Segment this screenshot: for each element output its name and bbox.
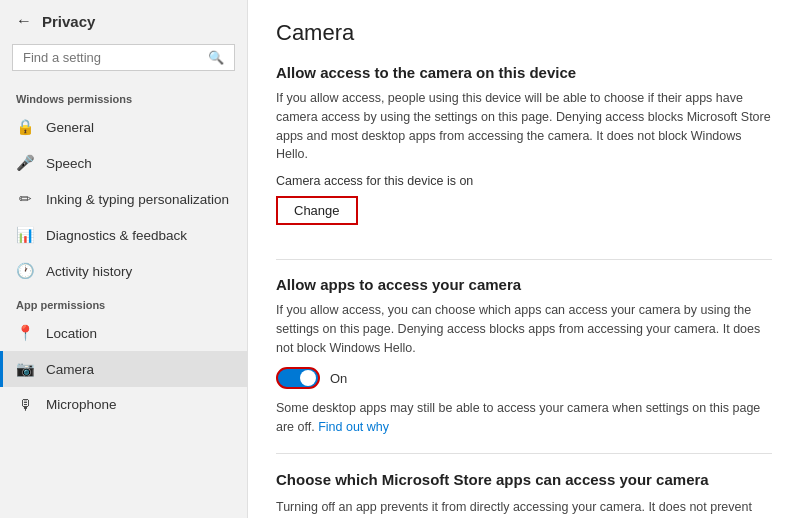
toggle-label: On [330, 371, 347, 386]
page-title: Camera [276, 20, 772, 46]
search-box[interactable]: 🔍 [12, 44, 235, 71]
device-access-heading: Allow access to the camera on this devic… [276, 64, 772, 81]
store-apps-section: Choose which Microsoft Store apps can ac… [276, 470, 772, 518]
sidebar-item-label: Inking & typing personalization [46, 192, 229, 207]
sidebar-item-location[interactable]: 📍 Location [0, 315, 247, 351]
location-icon: 📍 [16, 324, 34, 342]
sidebar-item-microphone[interactable]: 🎙 Microphone [0, 387, 247, 422]
store-apps-heading: Choose which Microsoft Store apps can ac… [276, 470, 772, 490]
sidebar-item-diagnostics[interactable]: 📊 Diagnostics & feedback [0, 217, 247, 253]
main-content: Camera Allow access to the camera on thi… [248, 0, 800, 518]
pen-icon: ✏ [16, 190, 34, 208]
store-apps-desc: Turning off an app prevents it from dire… [276, 498, 772, 518]
diagnostics-icon: 📊 [16, 226, 34, 244]
windows-permissions-label: Windows permissions [0, 83, 247, 109]
app-access-heading: Allow apps to access your camera [276, 276, 772, 293]
app-access-desc: If you allow access, you can choose whic… [276, 301, 772, 357]
divider-1 [276, 259, 772, 260]
sidebar-item-label: Microphone [46, 397, 117, 412]
sidebar-item-inking[interactable]: ✏ Inking & typing personalization [0, 181, 247, 217]
sidebar-main-title: Privacy [42, 13, 95, 30]
sidebar-item-label: Diagnostics & feedback [46, 228, 187, 243]
sidebar: ← Privacy 🔍 Windows permissions 🔒 Genera… [0, 0, 248, 518]
search-icon: 🔍 [208, 50, 224, 65]
sidebar-item-speech[interactable]: 🎤 Speech [0, 145, 247, 181]
sidebar-item-label: Location [46, 326, 97, 341]
camera-toggle[interactable] [276, 367, 320, 389]
device-access-desc: If you allow access, people using this d… [276, 89, 772, 164]
back-icon[interactable]: ← [16, 12, 32, 30]
device-access-section: Allow access to the camera on this devic… [276, 64, 772, 243]
sidebar-item-label: Camera [46, 362, 94, 377]
find-out-why-link[interactable]: Find out why [318, 420, 389, 434]
camera-note: Some desktop apps may still be able to a… [276, 399, 772, 437]
lock-icon: 🔒 [16, 118, 34, 136]
toggle-knob [300, 370, 316, 386]
sidebar-item-camera[interactable]: 📷 Camera [0, 351, 247, 387]
app-permissions-label: App permissions [0, 289, 247, 315]
app-access-section: Allow apps to access your camera If you … [276, 276, 772, 437]
divider-2 [276, 453, 772, 454]
camera-icon: 📷 [16, 360, 34, 378]
mic-icon: 🎤 [16, 154, 34, 172]
sidebar-item-label: Speech [46, 156, 92, 171]
camera-toggle-row: On [276, 367, 772, 389]
sidebar-item-general[interactable]: 🔒 General [0, 109, 247, 145]
sidebar-item-label: General [46, 120, 94, 135]
clock-icon: 🕐 [16, 262, 34, 280]
sidebar-item-activity[interactable]: 🕐 Activity history [0, 253, 247, 289]
microphone-icon: 🎙 [16, 396, 34, 413]
change-button[interactable]: Change [276, 196, 358, 225]
sidebar-item-label: Activity history [46, 264, 132, 279]
search-input[interactable] [23, 50, 202, 65]
sidebar-title-row: ← Privacy [0, 0, 247, 38]
device-access-status: Camera access for this device is on [276, 174, 772, 188]
